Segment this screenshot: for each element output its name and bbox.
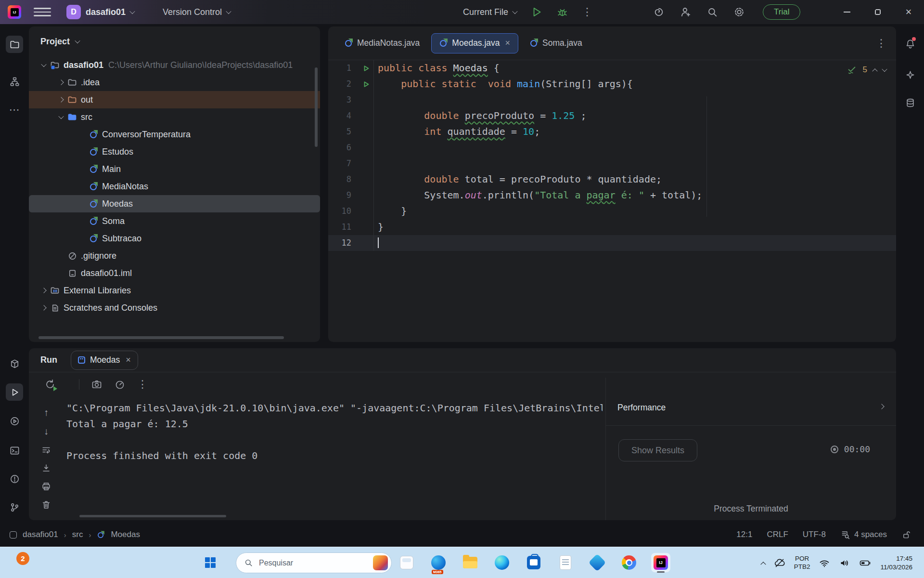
code-line-2[interactable]: 2 public static void main(String[] args)… (328, 76, 896, 92)
chevron-down-icon[interactable] (58, 114, 64, 119)
more-tool-windows-icon[interactable]: ⋯ (6, 101, 23, 118)
code-line-10[interactable]: 10 } (328, 203, 896, 219)
profiler-icon[interactable] (114, 379, 126, 390)
tree-item-soma[interactable]: Soma (29, 212, 320, 230)
notifications-bell-icon[interactable] (901, 35, 919, 52)
tree-item-out[interactable]: out (29, 91, 320, 108)
ai-assistant-icon[interactable] (653, 6, 665, 18)
editor-options-icon[interactable]: ⋮ (876, 37, 886, 50)
project-panel-header[interactable]: Project (29, 26, 320, 56)
breadcrumb-src[interactable]: src (72, 530, 83, 539)
unlocked-icon[interactable] (901, 530, 911, 540)
clear-console-icon[interactable] (41, 499, 51, 510)
file-explorer-icon[interactable] (461, 553, 480, 572)
code-line-1[interactable]: 1public class Moedas { (328, 60, 896, 76)
close-tab-icon[interactable]: × (505, 38, 511, 48)
intellij-taskbar-icon[interactable]: IJ (651, 553, 670, 572)
close-button[interactable]: × (893, 0, 924, 24)
onedrive-paused-icon[interactable] (774, 557, 785, 569)
tree-item--idea[interactable]: .idea (29, 74, 320, 91)
previous-problem-icon[interactable] (872, 68, 877, 74)
run-tool-icon[interactable] (6, 383, 23, 401)
ai-assistant-tool-icon[interactable] (901, 66, 919, 83)
widgets-badge[interactable]: 2 (16, 552, 29, 565)
window-app-icon[interactable] (397, 553, 416, 572)
code-line-4[interactable]: 4 double precoProduto = 1.25 ; (328, 108, 896, 124)
show-results-button[interactable]: Show Results (618, 439, 697, 461)
caret-position[interactable]: 12:1 (736, 530, 752, 539)
inspections-widget[interactable]: 5 (847, 65, 886, 75)
edge-icon[interactable] (492, 553, 512, 572)
close-run-tab-icon[interactable]: × (126, 355, 131, 365)
add-user-icon[interactable] (680, 6, 692, 18)
vcs-widget[interactable]: Version Control (163, 0, 231, 24)
code-line-11[interactable]: 11} (328, 219, 896, 235)
down-stack-trace-icon[interactable]: ↓ (44, 426, 49, 437)
screenshot-icon[interactable] (91, 379, 103, 390)
debug-button[interactable] (556, 6, 568, 18)
minimize-button[interactable] (832, 0, 862, 24)
file-encoding[interactable]: UTF-8 (803, 530, 826, 539)
tree-item-external-libraries[interactable]: External Libraries (29, 282, 320, 299)
run-line-icon[interactable] (359, 76, 373, 92)
tree-item-estudos[interactable]: Estudos (29, 143, 320, 160)
chevron-down-icon[interactable] (41, 62, 46, 67)
code-line-8[interactable]: 8 double total = precoProduto * quantida… (328, 171, 896, 187)
line-separator[interactable]: CRLF (767, 530, 788, 539)
tree-item-subtracao[interactable]: Subtracao (29, 230, 320, 247)
next-problem-icon[interactable] (882, 66, 887, 72)
tab-medianotas-java[interactable]: MediaNotas.java (337, 33, 427, 53)
services-tool-icon[interactable] (6, 412, 23, 430)
chevron-right-icon[interactable] (58, 79, 64, 85)
battery-icon[interactable] (859, 557, 872, 569)
chevron-right-icon[interactable] (58, 97, 64, 102)
start-button[interactable] (201, 553, 220, 572)
m365-copilot-icon[interactable]: M365 (429, 553, 448, 572)
database-tool-icon[interactable] (901, 94, 919, 111)
run-button[interactable] (530, 6, 543, 18)
code-line-12[interactable]: 12 (328, 235, 896, 251)
code-line-7[interactable]: 7 (328, 156, 896, 171)
terminal-tool-icon[interactable] (6, 442, 23, 459)
tree-item--gitignore[interactable]: .gitignore (29, 247, 320, 264)
more-run-options-icon[interactable]: ⋮ (137, 378, 148, 391)
restore-button[interactable] (862, 0, 893, 24)
run-tab-moedas[interactable]: Moedas × (71, 351, 138, 370)
tree-item-dasafio01-iml[interactable]: dasafio01.iml (29, 264, 320, 282)
structure-tool-icon[interactable] (6, 73, 23, 90)
code-line-6[interactable]: 6 (328, 140, 896, 156)
scroll-to-end-icon[interactable] (41, 463, 51, 473)
hidden-icons-chevron[interactable] (760, 562, 766, 567)
indent-setting[interactable]: 4 spaces (840, 530, 887, 540)
code-editor[interactable]: 1public class Moedas {2 public static vo… (328, 60, 896, 251)
tab-soma-java[interactable]: Soma.java (522, 33, 590, 53)
tree-item-src[interactable]: src (29, 108, 320, 126)
breadcrumb-file[interactable]: Moedas (111, 530, 140, 539)
tree-item-dasafio01[interactable]: dasafio01C:\Users\Arthur Giuliano\IdeaPr… (29, 56, 320, 74)
up-stack-trace-icon[interactable]: ↑ (44, 407, 49, 418)
volume-icon[interactable] (839, 557, 850, 569)
wifi-icon[interactable] (819, 557, 830, 569)
tab-moedas-java[interactable]: Moedas.java × (431, 33, 518, 53)
search-icon[interactable] (706, 6, 719, 18)
clock[interactable]: 17:45 11/03/2026 (880, 554, 912, 571)
soft-wrap-icon[interactable] (41, 445, 51, 455)
performance-header[interactable]: Performance (606, 378, 896, 425)
print-icon[interactable] (41, 481, 51, 492)
settings-gear-icon[interactable] (733, 6, 745, 18)
vertical-scrollbar[interactable] (315, 67, 318, 147)
project-tool-icon[interactable] (6, 36, 23, 53)
git-tool-icon[interactable] (6, 499, 23, 516)
taskbar-search[interactable]: Pesquisar (236, 552, 392, 573)
problems-tool-icon[interactable] (6, 470, 23, 487)
tree-item-medianotas[interactable]: MediaNotas (29, 178, 320, 195)
more-actions-icon[interactable]: ⋮ (582, 0, 592, 24)
run-line-icon[interactable] (359, 60, 373, 76)
microsoft-store-icon[interactable] (524, 553, 543, 572)
language-indicator[interactable]: POR PTB2 (794, 555, 810, 571)
tree-item-conversortemperatura[interactable]: ConversorTemperatura (29, 126, 320, 143)
horizontal-scrollbar[interactable] (38, 336, 284, 339)
tree-item-scratches-and-consoles[interactable]: Scratches and Consoles (29, 299, 320, 316)
tree-item-main[interactable]: Main (29, 160, 320, 178)
search-highlight-image[interactable] (373, 555, 388, 570)
